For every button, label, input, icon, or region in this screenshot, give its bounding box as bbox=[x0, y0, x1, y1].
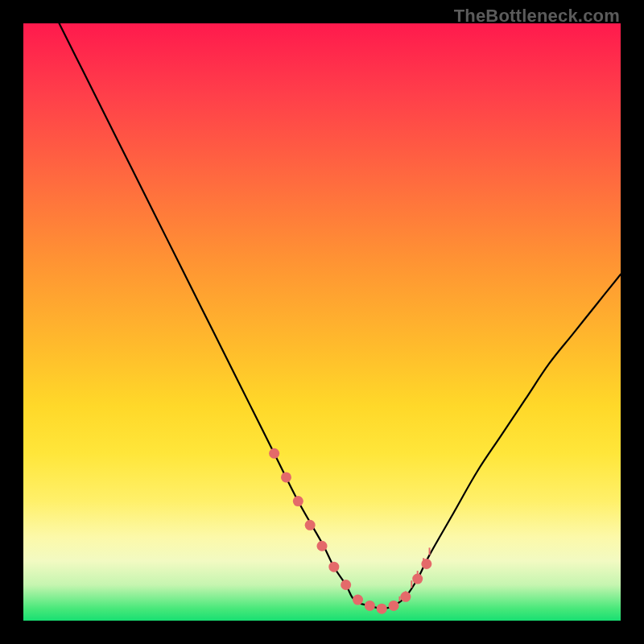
curve-marker bbox=[281, 472, 291, 482]
curve-marker bbox=[317, 541, 328, 551]
curve-marker bbox=[305, 520, 316, 530]
curve-marker bbox=[341, 580, 351, 590]
curve-marker bbox=[400, 592, 411, 602]
plot-area bbox=[23, 23, 621, 621]
curve-markers bbox=[269, 448, 431, 614]
curve-marker bbox=[421, 559, 431, 569]
bottleneck-curve bbox=[60, 23, 621, 609]
curve-marker bbox=[353, 595, 363, 605]
curve-marker bbox=[293, 496, 303, 506]
bottleneck-curve-svg bbox=[23, 23, 621, 621]
curve-marker bbox=[365, 601, 375, 611]
curve-marker bbox=[377, 604, 387, 614]
chart-stage: TheBottleneck.com bbox=[0, 0, 644, 644]
curve-marker bbox=[389, 601, 399, 611]
curve-marker bbox=[412, 574, 423, 584]
curve-marker bbox=[328, 562, 339, 572]
curve-marker bbox=[269, 448, 279, 459]
